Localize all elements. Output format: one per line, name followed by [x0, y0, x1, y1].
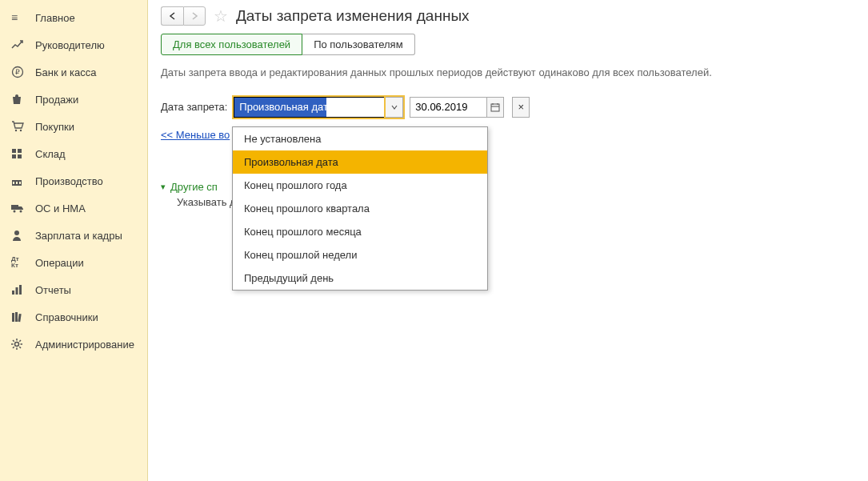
dropdown-option-custom-date[interactable]: Произвольная дата: [233, 150, 487, 174]
sidebar-item-sales[interactable]: Продажи: [0, 86, 147, 113]
tab-row: Для всех пользователей По пользователям: [161, 34, 855, 55]
sidebar-item-reports[interactable]: Отчеты: [0, 276, 147, 303]
svg-line-29: [13, 347, 14, 348]
sidebar-item-label: Банк и касса: [35, 66, 97, 78]
bars-icon: [11, 283, 27, 296]
info-text: Даты запрета ввода и редактирования данн…: [161, 65, 855, 81]
svg-rect-6: [12, 154, 16, 158]
nav-buttons: [161, 6, 206, 26]
tab-all-users[interactable]: Для всех пользователей: [161, 34, 302, 55]
calendar-button[interactable]: [486, 97, 504, 118]
chevron-down-icon: ▾: [161, 182, 166, 192]
dropdown-option-prev-day[interactable]: Предыдущий день: [233, 267, 487, 290]
svg-rect-31: [491, 104, 499, 111]
clear-button[interactable]: ×: [512, 97, 530, 118]
svg-rect-9: [13, 182, 14, 184]
menu-icon: ≡: [11, 11, 27, 24]
sidebar: ≡ Главное Руководителю ₽ Банк и касса Пр…: [0, 0, 148, 481]
star-icon[interactable]: ☆: [214, 6, 228, 26]
dropdown-option-not-set[interactable]: Не установлена: [233, 127, 487, 150]
dropdown-option-end-last-week[interactable]: Конец прошлой недели: [233, 243, 487, 267]
back-button[interactable]: [161, 6, 183, 26]
date-group: [410, 97, 504, 118]
svg-rect-11: [19, 182, 21, 184]
books-icon: [11, 311, 27, 323]
dropdown-option-end-last-year[interactable]: Конец прошлого года: [233, 174, 487, 197]
svg-rect-4: [12, 149, 16, 153]
dropdown-option-end-last-quarter[interactable]: Конец прошлого квартала: [233, 197, 487, 220]
factory-icon: [11, 174, 27, 187]
sidebar-item-label: Справочники: [35, 311, 98, 323]
svg-point-3: [20, 130, 22, 131]
sidebar-item-production[interactable]: Производство: [0, 167, 147, 194]
sidebar-item-label: Операции: [35, 257, 84, 269]
svg-rect-19: [12, 313, 14, 322]
combo-dropdown-button[interactable]: [386, 97, 403, 118]
section-title: Другие сп: [170, 181, 218, 193]
svg-rect-20: [15, 312, 18, 322]
header-row: ☆ Даты запрета изменения данных: [161, 6, 855, 26]
sidebar-item-label: Отчеты: [35, 284, 71, 296]
forward-button[interactable]: [183, 6, 206, 26]
date-type-combo[interactable]: Произвольная дата: [234, 97, 403, 118]
sidebar-item-label: Производство: [35, 175, 103, 187]
date-label: Дата запрета:: [161, 101, 227, 113]
svg-point-15: [14, 230, 19, 235]
svg-rect-7: [18, 154, 22, 158]
ruble-icon: ₽: [11, 66, 27, 78]
sidebar-item-label: ОС и НМА: [35, 202, 86, 214]
dropdown-option-end-last-month[interactable]: Конец прошлого месяца: [233, 220, 487, 243]
sidebar-item-label: Склад: [35, 148, 66, 160]
sidebar-item-label: Покупки: [35, 121, 74, 133]
sidebar-item-warehouse[interactable]: Склад: [0, 140, 147, 167]
form-row: Дата запрета: Произвольная дата ×: [161, 97, 855, 118]
sidebar-item-payroll[interactable]: Зарплата и кадры: [0, 222, 147, 249]
svg-point-22: [15, 343, 19, 347]
svg-text:₽: ₽: [15, 68, 20, 76]
sidebar-item-purchases[interactable]: Покупки: [0, 113, 147, 140]
svg-rect-10: [16, 182, 18, 184]
svg-rect-16: [12, 291, 14, 295]
sidebar-item-label: Руководителю: [35, 39, 105, 51]
chart-line-icon: [11, 38, 27, 51]
svg-line-30: [19, 340, 21, 342]
combo-input[interactable]: Произвольная дата: [234, 97, 386, 118]
date-type-dropdown: Не установлена Произвольная дата Конец п…: [232, 126, 488, 291]
svg-point-13: [14, 210, 16, 213]
less-options-link[interactable]: << Меньше во: [161, 129, 230, 141]
sidebar-item-label: Главное: [35, 12, 75, 24]
bag-icon: [11, 93, 27, 106]
sidebar-item-label: Продажи: [35, 94, 78, 106]
sidebar-item-main[interactable]: ≡ Главное: [0, 4, 147, 31]
svg-rect-21: [18, 314, 21, 322]
sidebar-item-label: Администрирование: [35, 339, 134, 351]
svg-rect-5: [18, 149, 22, 153]
combo-value: Произвольная дата: [239, 101, 334, 113]
boxes-icon: [11, 147, 27, 160]
tab-by-users[interactable]: По пользователям: [302, 34, 414, 55]
person-icon: [11, 229, 27, 242]
sidebar-item-label: Зарплата и кадры: [35, 230, 122, 242]
sidebar-item-refs[interactable]: Справочники: [0, 303, 147, 331]
sidebar-item-operations[interactable]: ДтКт Операции: [0, 249, 147, 276]
cart-icon: [11, 120, 27, 133]
dtkt-icon: ДтКт: [11, 256, 27, 269]
gear-icon: [11, 338, 27, 351]
svg-point-14: [20, 210, 22, 213]
sidebar-item-admin[interactable]: Администрирование: [0, 331, 147, 358]
page-title: Даты запрета изменения данных: [236, 7, 470, 25]
date-input[interactable]: [410, 97, 486, 118]
sidebar-item-bank[interactable]: ₽ Банк и касса: [0, 58, 147, 86]
svg-line-27: [13, 340, 14, 342]
sidebar-item-os-nma[interactable]: ОС и НМА: [0, 194, 147, 222]
truck-icon: [11, 202, 27, 214]
svg-point-2: [15, 130, 17, 131]
svg-rect-12: [11, 205, 18, 210]
svg-rect-17: [16, 287, 18, 295]
sidebar-item-manager[interactable]: Руководителю: [0, 31, 147, 58]
svg-rect-18: [19, 285, 22, 295]
svg-line-28: [19, 347, 21, 348]
